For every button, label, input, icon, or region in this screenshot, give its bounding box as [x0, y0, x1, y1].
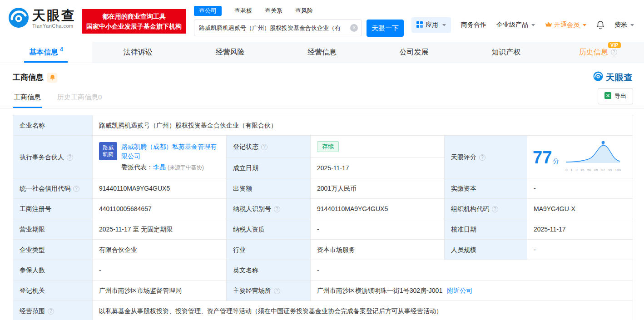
tab-basic-info[interactable]: 基本信息 4 — [0, 42, 92, 63]
help-icon[interactable]: ? — [48, 308, 54, 315]
table-row: 企业类型 有限合伙企业 行业 资本市场服务 人员规模 - — [13, 240, 633, 260]
export-button[interactable]: 导出 — [598, 88, 633, 104]
label-paid-in-capital: 实缴资本 — [445, 178, 527, 199]
export-label: 导出 — [614, 92, 626, 100]
partner-company-logo[interactable]: 路威 凯腾 — [99, 142, 117, 160]
value-taxpayer-qualification: - — [311, 219, 445, 240]
label-org-code: 组织机构代码? — [445, 199, 527, 219]
apps-menu[interactable]: 应用 — [411, 17, 451, 33]
value-credit-code: 91440110MA9YG4GUX5 — [93, 178, 227, 199]
monitor-bell-icon[interactable] — [47, 73, 57, 83]
subtab-history-business-info[interactable]: 历史工商信息0 — [56, 89, 103, 108]
help-icon[interactable]: ? — [479, 154, 485, 161]
table-row: 执行事务合伙人? 路威 凯腾 路威凯腾（成都）私募基金管理有限公司 委派代表：李… — [13, 136, 633, 158]
tab-history-info[interactable]: 历史信息 VIP ? — [552, 42, 644, 63]
label-business-term: 营业期限 — [13, 219, 93, 240]
tab-operating-label: 经营信息 — [307, 48, 337, 57]
label-taxpayer-qualification: 纳税人资质 — [227, 219, 311, 240]
search-tab-boss[interactable]: 查老板 — [234, 6, 252, 16]
header-right-menu: 应用 商务合作 企业级产品 开通会员 费米 — [411, 17, 634, 33]
help-icon[interactable]: ? — [73, 186, 79, 192]
value-registration-number: 440110005684657 — [93, 199, 227, 219]
menu-open-vip[interactable]: 开通会员 — [545, 21, 586, 29]
value-industry: 资本市场服务 — [311, 240, 445, 260]
subtab-business-info[interactable]: 工商信息 — [13, 89, 42, 108]
value-executive-partner: 路威 凯腾 路威凯腾（成都）私募基金管理有限公司 委派代表：李晶(来源于中基协) — [93, 136, 227, 178]
label-english-name: 英文名称 — [227, 260, 311, 281]
tab-intellectual-property[interactable]: 知识产权 — [460, 42, 552, 63]
score-number: 77分 — [533, 149, 559, 166]
status-badge: 存续 — [317, 141, 339, 152]
enterprise-label: 企业级产品 — [496, 21, 528, 29]
menu-enterprise-products[interactable]: 企业级产品 — [496, 21, 535, 29]
help-icon[interactable]: ? — [274, 288, 280, 294]
value-capital: 2001万人民币 — [311, 178, 445, 199]
main-nav: 基本信息 4 法律诉讼 经营风险 经营信息 公司发展 知识产权 历史信息 VIP… — [0, 42, 644, 63]
value-company-name: 路威凯腾机遇贰号（广州）股权投资基金合伙企业（有限合伙） — [93, 115, 633, 136]
menu-user[interactable]: 费米 — [614, 21, 634, 29]
nearby-companies-link[interactable]: 附近公司 — [447, 287, 472, 294]
tab-operating-info[interactable]: 经营信息 — [276, 42, 368, 63]
value-company-type: 有限合伙企业 — [93, 240, 227, 260]
help-icon[interactable]: ? — [67, 154, 73, 161]
search-button[interactable]: 天眼一下 — [367, 20, 404, 37]
label-business-scope: 经营范围? — [13, 301, 93, 320]
label-establish-date: 成立日期 — [227, 158, 311, 178]
table-row: 工商注册号 440110005684657 纳税人识别号? 91440110MA… — [13, 199, 633, 219]
promo-banner: 都在用的商业查询工具 国家中小企业发展子基金旗下机构 — [82, 9, 186, 34]
help-icon[interactable]: ? — [492, 206, 498, 212]
table-row: 统一社会信用代码? 91440110MA9YG4GUX5 出资额 2001万人民… — [13, 178, 633, 199]
label-company-type: 企业类型 — [13, 240, 93, 260]
value-paid-in-capital: - — [527, 178, 633, 199]
crown-icon — [545, 21, 552, 29]
search-tab-risk[interactable]: 查风险 — [295, 6, 313, 16]
help-icon[interactable]: ? — [261, 144, 268, 150]
rep-name-link[interactable]: 李晶 — [153, 163, 166, 171]
brand-name: 天眼查 — [32, 9, 76, 22]
label-taxpayer-id-text: 纳税人识别号 — [233, 205, 271, 212]
tianyancha-logo[interactable]: 天眼查 TianYanCha.com — [8, 7, 76, 30]
label-registration-number: 工商注册号 — [13, 199, 93, 219]
value-insured-count: - — [93, 260, 227, 281]
value-establish-date: 2025-11-17 — [311, 158, 445, 178]
chevron-down-icon — [583, 24, 586, 26]
search-tab-relation[interactable]: 查关系 — [265, 6, 282, 16]
apps-label: 应用 — [426, 21, 438, 29]
chevron-down-icon — [442, 24, 446, 26]
chevron-down-icon — [630, 24, 634, 26]
brand-domain: TianYanCha.com — [32, 23, 76, 29]
vip-badge: VIP — [608, 42, 621, 48]
menu-business-cooperation[interactable]: 商务合作 — [461, 21, 486, 29]
help-icon[interactable]: ? — [274, 206, 280, 212]
tab-basic-info-count: 4 — [60, 46, 63, 53]
score-chart-ticks: 0131550859799100 — [565, 166, 621, 175]
value-business-term: 2025-11-17 至 无固定期限 — [93, 219, 227, 240]
partner-company-link[interactable]: 路威凯腾（成都）私募基金管理有限公司 — [121, 142, 220, 161]
table-row: 企业名称 路威凯腾机遇贰号（广州）股权投资基金合伙企业（有限合伙） — [13, 115, 633, 136]
notification-bell-icon[interactable] — [596, 20, 604, 30]
help-icon[interactable]: ? — [611, 49, 617, 55]
value-registration-status: 存续 — [311, 136, 445, 158]
label-insured-count: 参保人数 — [13, 260, 93, 281]
apps-grid-icon — [416, 21, 423, 29]
rep-label: 委派代表： — [121, 163, 153, 171]
label-org-code-text: 组织机构代码 — [451, 205, 489, 212]
table-row: 经营范围? 以私募基金从事股权投资、投资管理、资产管理等活动（须在中国证券投资基… — [13, 301, 633, 320]
business-info-header: 工商信息 天眼查 — [0, 63, 644, 85]
search-tabs: 查公司 查老板 查关系 查风险 — [194, 5, 404, 16]
search-tab-company[interactable]: 查公司 — [194, 6, 222, 16]
promo-line2: 国家中小企业发展子基金旗下机构 — [86, 21, 182, 31]
label-capital: 出资额 — [227, 178, 311, 199]
tab-operating-risk[interactable]: 经营风险 — [184, 42, 276, 63]
user-name: 费米 — [614, 21, 627, 29]
search-input[interactable] — [194, 20, 362, 36]
label-executive-partner-text: 执行事务合伙人 — [20, 153, 64, 161]
chevron-down-icon — [531, 24, 535, 26]
value-taxpayer-id: 91440110MA9YG4GUX5 — [311, 199, 445, 219]
tab-legal-proceedings[interactable]: 法律诉讼 — [92, 42, 184, 63]
section-title: 工商信息 — [13, 72, 44, 83]
tianyancha-watermark-icon — [593, 71, 603, 84]
tab-company-development[interactable]: 公司发展 — [368, 42, 460, 63]
label-credit-code-text: 统一社会信用代码 — [20, 185, 70, 192]
clear-icon[interactable]: × — [350, 24, 358, 32]
